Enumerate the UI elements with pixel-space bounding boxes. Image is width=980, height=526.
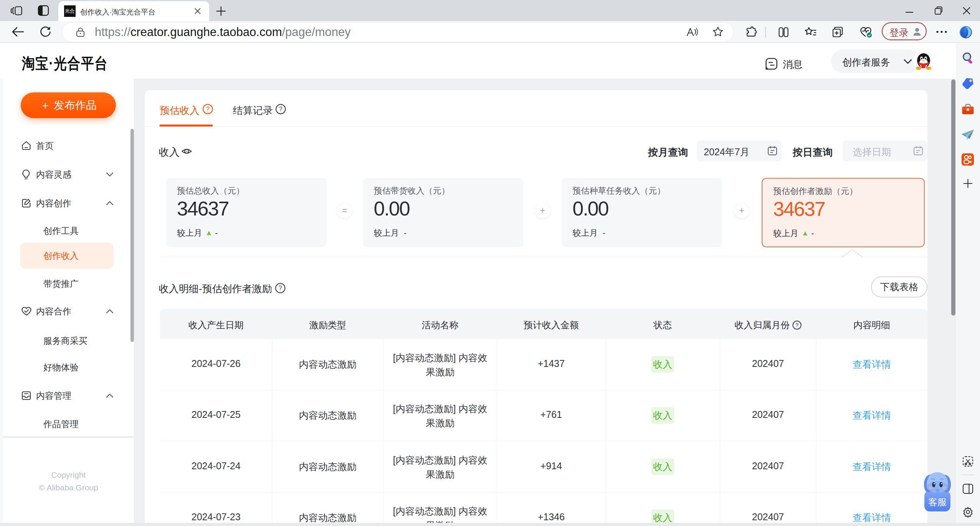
svg-text:?: ? [279,285,282,291]
svg-text:?: ? [795,322,799,328]
svg-text:?: ? [206,106,210,112]
svg-text:?: ? [279,106,282,112]
